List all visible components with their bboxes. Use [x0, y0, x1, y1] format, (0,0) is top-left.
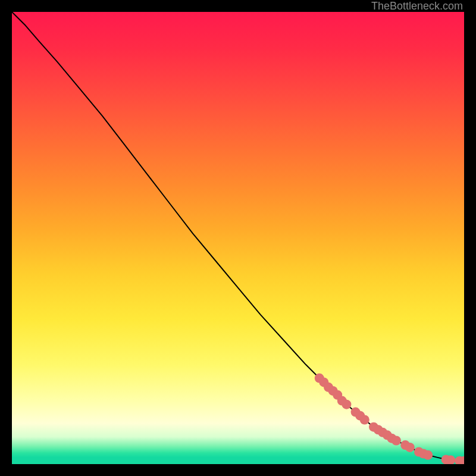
data-marker	[392, 436, 401, 445]
curve-line	[12, 12, 464, 461]
chart-overlay	[12, 12, 464, 464]
data-marker	[342, 400, 351, 409]
chart-frame: TheBottleneck.com	[0, 0, 476, 476]
watermark-text: TheBottleneck.com	[371, 0, 463, 12]
marker-group	[315, 374, 464, 464]
data-marker	[405, 443, 415, 452]
data-marker	[423, 450, 433, 460]
data-marker	[360, 415, 369, 425]
plot-area	[12, 12, 464, 464]
